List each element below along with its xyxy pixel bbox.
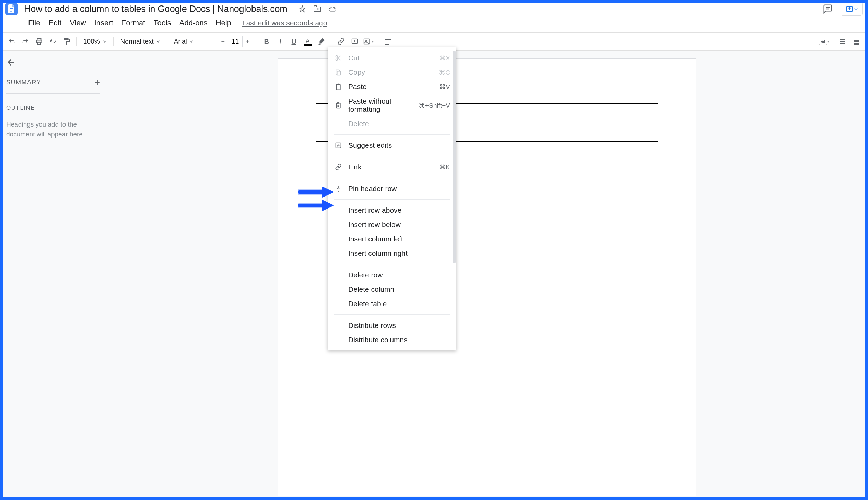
annotation-arrow-1 [298, 187, 338, 197]
ctx-insert-column-left[interactable]: Insert column left [328, 232, 456, 246]
ctx-distribute-columns[interactable]: Distribute columns [328, 333, 456, 347]
context-menu-scrollbar[interactable] [453, 51, 455, 263]
menu-bar: File Edit View Insert Format Tools Add-o… [0, 18, 868, 32]
editing-mode-highlight-button[interactable] [817, 35, 829, 48]
zoom-select[interactable]: 100% [80, 36, 110, 47]
cut-icon [334, 55, 343, 61]
text-cursor [548, 106, 549, 114]
insert-image-button[interactable] [362, 35, 375, 48]
align-button[interactable] [382, 35, 394, 48]
bold-button[interactable]: B [260, 35, 273, 48]
ctx-paste-without-formatting[interactable]: Paste without formatting⌘+Shift+V [328, 94, 456, 117]
paragraph-style-select[interactable]: Normal text [117, 36, 163, 47]
italic-button[interactable]: I [274, 35, 286, 48]
paste-icon [334, 83, 343, 90]
svg-rect-37 [336, 143, 341, 148]
print-button[interactable] [33, 35, 45, 48]
redo-button[interactable] [19, 35, 32, 48]
svg-rect-2 [10, 11, 12, 12]
ctx-insert-row-below[interactable]: Insert row below [328, 217, 456, 232]
svg-rect-30 [337, 71, 341, 76]
font-size-control: − 11 + [217, 36, 253, 47]
open-comments-button[interactable] [821, 2, 834, 15]
move-folder-icon[interactable] [313, 5, 322, 13]
ctx-suggest-edits[interactable]: Suggest edits [328, 138, 456, 152]
text-color-button[interactable]: A [302, 35, 314, 48]
add-summary-button[interactable]: + [95, 77, 100, 88]
hide-menus-button[interactable] [850, 35, 863, 48]
menu-view[interactable]: View [66, 18, 90, 28]
menu-format[interactable]: Format [117, 18, 149, 28]
outline-panel: SUMMARY + OUTLINE Headings you add to th… [0, 51, 106, 496]
menu-tools[interactable]: Tools [149, 18, 175, 28]
last-edit-link[interactable]: Last edit was seconds ago [242, 19, 327, 27]
highlight-button[interactable] [315, 35, 328, 48]
ctx-link[interactable]: Link⌘K [328, 160, 456, 174]
outline-hint-text: Headings you add to the document will ap… [6, 120, 100, 139]
ctx-delete-row[interactable]: Delete row [328, 268, 456, 282]
ctx-delete-table[interactable]: Delete table [328, 297, 456, 311]
increase-font-button[interactable]: + [243, 36, 253, 47]
summary-heading: SUMMARY [6, 79, 41, 86]
ctx-paste[interactable]: Paste⌘V [328, 80, 456, 94]
outline-heading: OUTLINE [6, 105, 100, 112]
underline-button[interactable]: U [288, 35, 300, 48]
header: How to add a column to tables in Google … [0, 0, 868, 33]
share-button[interactable] [841, 2, 863, 16]
font-size-input[interactable]: 11 [228, 36, 243, 47]
paint-format-button[interactable] [60, 35, 73, 48]
decrease-font-button[interactable]: − [218, 36, 228, 47]
undo-button[interactable] [5, 35, 18, 48]
star-icon[interactable] [298, 5, 306, 13]
document-title[interactable]: How to add a column to tables in Google … [24, 4, 287, 14]
menu-file[interactable]: File [24, 18, 44, 28]
menu-edit[interactable]: Edit [44, 18, 66, 28]
close-outline-button[interactable] [6, 58, 100, 67]
ctx-delete[interactable]: Delete [328, 117, 456, 131]
menu-addons[interactable]: Add-ons [175, 18, 212, 28]
ctx-insert-row-above[interactable]: Insert row above [328, 203, 456, 217]
ctx-distribute-rows[interactable]: Distribute rows [328, 318, 456, 333]
insert-link-button[interactable] [335, 35, 347, 48]
svg-point-26 [336, 56, 338, 57]
ctx-copy[interactable]: Copy⌘C [328, 65, 456, 80]
context-menu: Cut⌘X Copy⌘C Paste⌘V Paste without forma… [328, 47, 456, 351]
editing-mode-button[interactable] [836, 35, 849, 48]
spellcheck-button[interactable] [47, 35, 59, 48]
copy-icon [334, 69, 343, 76]
document-canvas[interactable] [106, 51, 868, 496]
font-select[interactable]: Arial [170, 36, 210, 47]
annotation-arrow-2 [298, 201, 338, 210]
ctx-insert-column-right[interactable]: Insert column right [328, 246, 456, 261]
ctx-cut[interactable]: Cut⌘X [328, 51, 456, 65]
paste-plain-icon [334, 102, 343, 109]
menu-help[interactable]: Help [212, 18, 235, 28]
add-comment-button[interactable] [349, 35, 361, 48]
docs-home-icon[interactable] [5, 3, 18, 15]
svg-rect-1 [10, 10, 13, 10]
cloud-status-icon[interactable] [328, 5, 337, 13]
menu-insert[interactable]: Insert [90, 18, 117, 28]
ctx-delete-column[interactable]: Delete column [328, 282, 456, 297]
svg-rect-0 [10, 8, 13, 9]
svg-point-27 [336, 59, 338, 61]
ctx-pin-header-row[interactable]: Pin header row [328, 181, 456, 196]
suggest-icon [334, 142, 343, 149]
link-icon [334, 163, 343, 170]
